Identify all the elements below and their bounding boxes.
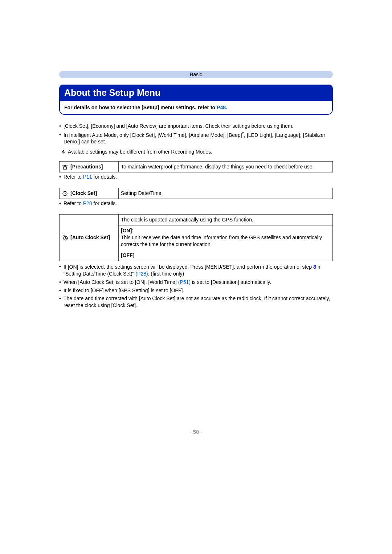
- note-pre: The date and time corrected with [Auto C…: [64, 296, 330, 308]
- setting-label: [Auto Clock Set]: [70, 234, 110, 241]
- padlock-water-icon: [62, 164, 68, 170]
- refer-list: Refer to P11 for details.: [59, 174, 333, 180]
- intro-bullet-list: [Clock Set], [Economy] and [Auto Review]…: [59, 123, 333, 145]
- section-header: Basic: [59, 71, 333, 78]
- list-item: The date and time corrected with [Auto C…: [59, 295, 333, 309]
- subtitle-callout: For details on how to select the [Setup]…: [59, 101, 333, 115]
- clock-icon: [62, 190, 68, 197]
- clock-glyph: [62, 191, 68, 196]
- setting-table-precautions: [Precautions] To maintain waterproof per…: [59, 161, 333, 172]
- note-pre: It is fixed to [OFF] when [GPS Setting] …: [64, 288, 184, 293]
- refer-post: for details.: [92, 174, 117, 180]
- page-ref-link[interactable]: P48: [217, 105, 226, 110]
- list-item: When [Auto Clock Set] is set to [ON], [W…: [59, 279, 333, 286]
- footnote: Available settings may be different from…: [59, 149, 333, 155]
- page-ref-link[interactable]: P28: [83, 200, 92, 206]
- note-pre: If [ON] is selected, the settings screen…: [64, 264, 313, 270]
- note-post: . (first time only): [148, 271, 184, 277]
- refer-post: for details.: [92, 200, 117, 206]
- subtitle-text-post: .: [226, 105, 227, 110]
- setting-desc: The clock is updated automatically using…: [119, 215, 333, 225]
- setting-label-cell: GPS [Auto Clock Set]: [60, 215, 119, 261]
- list-item: If [ON] is selected, the settings screen…: [59, 263, 333, 277]
- option-off-cell: [OFF]: [119, 250, 333, 261]
- list-item: It is fixed to [OFF] when [GPS Setting] …: [59, 287, 333, 294]
- list-item: [Clock Set], [Economy] and [Auto Review]…: [59, 123, 333, 130]
- setting-desc: To maintain waterproof performance, disp…: [119, 162, 333, 172]
- gps-clock-glyph: GPS: [62, 234, 68, 241]
- setting-label-cell: [Precautions]: [60, 162, 119, 172]
- note-pre: When [Auto Clock Set] is set to [ON], [W…: [64, 279, 178, 285]
- autoclock-notes: If [ON] is selected, the settings screen…: [59, 263, 333, 309]
- page-ref-link[interactable]: P11: [83, 174, 92, 180]
- setting-desc: Setting Date/Time.: [119, 188, 333, 199]
- setting-table-autoclock: GPS [Auto Clock Set] The clock is update…: [59, 214, 333, 261]
- option-on-desc: This unit receives the date and time inf…: [121, 235, 322, 247]
- list-item: In Intelligent Auto Mode, only [Clock Se…: [59, 131, 333, 145]
- bullet-text: In Intelligent Auto Mode, only [Clock Se…: [64, 132, 325, 145]
- subtitle-text-pre: For details on how to select the [Setup]…: [64, 105, 217, 110]
- option-on-label: [ON]:: [121, 228, 134, 233]
- page-ref-link[interactable]: (P51): [178, 279, 191, 285]
- precautions-icon: [62, 164, 68, 170]
- page-title: About the Setup Menu: [59, 85, 333, 101]
- page-number: - 50 -: [59, 429, 333, 435]
- option-on-cell: [ON]: This unit receives the date and ti…: [119, 225, 333, 250]
- svg-rect-0: [64, 167, 67, 169]
- setting-label: [Precautions]: [70, 163, 103, 170]
- setting-label-cell: [Clock Set]: [60, 188, 119, 199]
- list-item: Refer to P11 for details.: [59, 174, 333, 180]
- note-post: is set to [Destination] automatically.: [191, 279, 271, 285]
- setting-label: [Clock Set]: [70, 190, 97, 197]
- manual-page: Basic About the Setup Menu For details o…: [0, 0, 392, 457]
- refer-pre: Refer to: [64, 200, 83, 206]
- gps-clock-icon: GPS: [62, 234, 68, 241]
- step-number: 8: [313, 264, 316, 270]
- refer-list: Refer to P28 for details.: [59, 200, 333, 206]
- list-item: Refer to P28 for details.: [59, 200, 333, 206]
- refer-pre: Refer to: [64, 174, 83, 180]
- setting-table-clockset: [Clock Set] Setting Date/Time.: [59, 188, 333, 199]
- page-ref-link[interactable]: (P28): [135, 271, 148, 277]
- option-off-label: [OFF]: [121, 252, 134, 258]
